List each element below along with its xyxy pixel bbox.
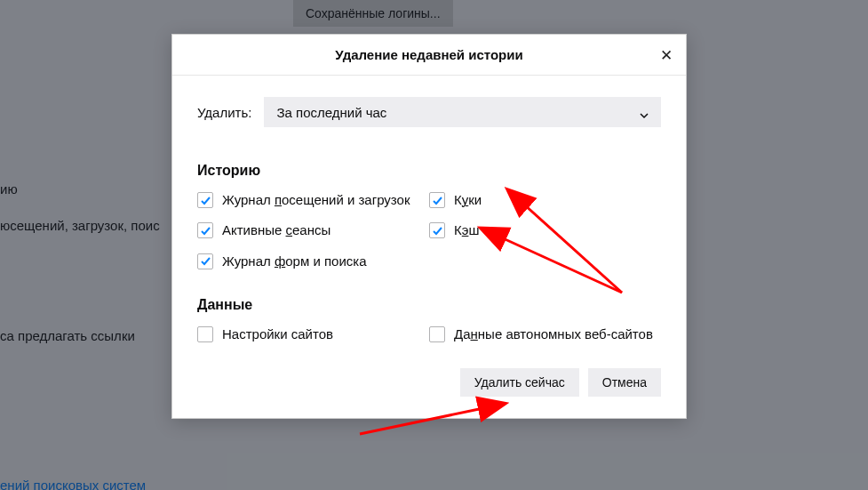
check-icon <box>200 225 211 237</box>
clear-history-dialog: Удаление недавней истории ✕ Удалить: За … <box>171 34 687 419</box>
cache-checkbox[interactable] <box>429 222 445 238</box>
dialog-footer: Удалить сейчас Отмена <box>172 365 686 418</box>
form-history-checkbox[interactable] <box>197 253 213 269</box>
close-icon: ✕ <box>660 46 673 65</box>
site-settings-label: Настройки сайтов <box>222 325 333 343</box>
cookies-item: Куки <box>429 191 661 209</box>
history-section-heading: Историю <box>197 163 661 179</box>
clear-now-button[interactable]: Удалить сейчас <box>460 368 579 397</box>
check-icon <box>200 195 211 206</box>
form-history-item: Журнал форм и поиска <box>197 253 429 270</box>
site-settings-item: Настройки сайтов <box>197 325 429 343</box>
chevron-down-icon <box>640 108 649 116</box>
data-section-heading: Данные <box>197 297 661 313</box>
dialog-body: Удалить: За последний час Историю Журнал… <box>172 76 686 343</box>
active-sessions-checkbox[interactable] <box>197 222 213 238</box>
time-range-value: За последний час <box>276 105 386 120</box>
offline-data-item: Данные автономных веб-сайтов <box>429 325 661 343</box>
check-icon <box>200 255 211 267</box>
browsing-history-item: Журнал посещений и загрузок <box>197 191 429 209</box>
cache-label: Кэш <box>454 221 479 239</box>
cookies-checkbox[interactable] <box>429 192 445 208</box>
time-range-row: Удалить: За последний час <box>197 97 661 127</box>
history-check-grid: Журнал посещений и загрузок Куки Активны… <box>197 191 661 270</box>
data-check-grid: Настройки сайтов Данные автономных веб-с… <box>197 325 661 343</box>
close-button[interactable]: ✕ <box>656 44 677 66</box>
check-icon <box>432 195 443 206</box>
dialog-header: Удаление недавней истории ✕ <box>172 35 686 76</box>
time-range-label: Удалить: <box>197 105 251 120</box>
cache-item: Кэш <box>429 221 661 239</box>
time-range-select[interactable]: За последний час <box>264 97 661 127</box>
dialog-title: Удаление недавней истории <box>335 47 522 62</box>
browsing-history-label: Журнал посещений и загрузок <box>222 191 410 209</box>
active-sessions-label: Активные сеансы <box>222 221 330 239</box>
form-history-label: Журнал форм и поиска <box>222 253 367 270</box>
check-icon <box>432 225 443 237</box>
cancel-button[interactable]: Отмена <box>588 368 661 397</box>
offline-data-checkbox[interactable] <box>429 326 445 342</box>
site-settings-checkbox[interactable] <box>197 326 213 342</box>
offline-data-label: Данные автономных веб-сайтов <box>454 325 653 343</box>
browsing-history-checkbox[interactable] <box>197 192 213 208</box>
cookies-label: Куки <box>454 191 482 209</box>
active-sessions-item: Активные сеансы <box>197 221 429 239</box>
